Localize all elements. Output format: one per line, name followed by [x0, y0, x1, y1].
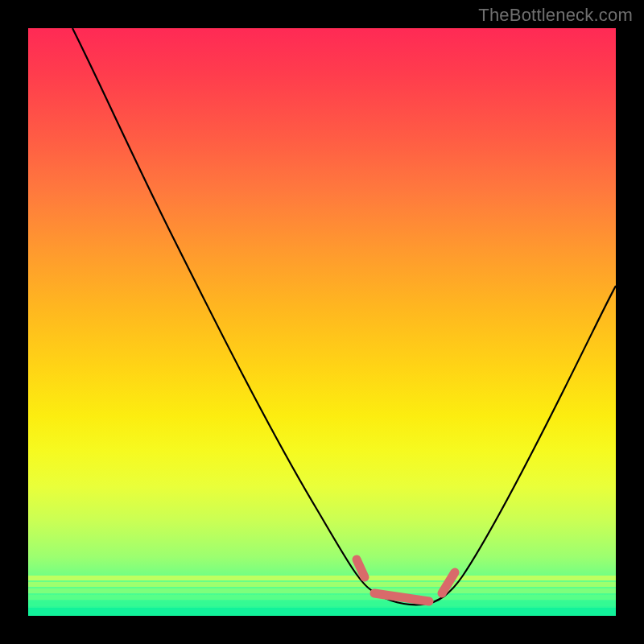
- chart-container: TheBottleneck.com: [0, 0, 644, 644]
- bottleneck-curve: [72, 28, 616, 605]
- valley-dash: [357, 559, 365, 577]
- valley-marker: [357, 559, 455, 601]
- chart-svg: [28, 28, 616, 616]
- valley-dash: [442, 572, 455, 593]
- watermark-text: TheBottleneck.com: [478, 5, 633, 26]
- valley-dash: [374, 593, 429, 601]
- plot-area: [28, 28, 616, 616]
